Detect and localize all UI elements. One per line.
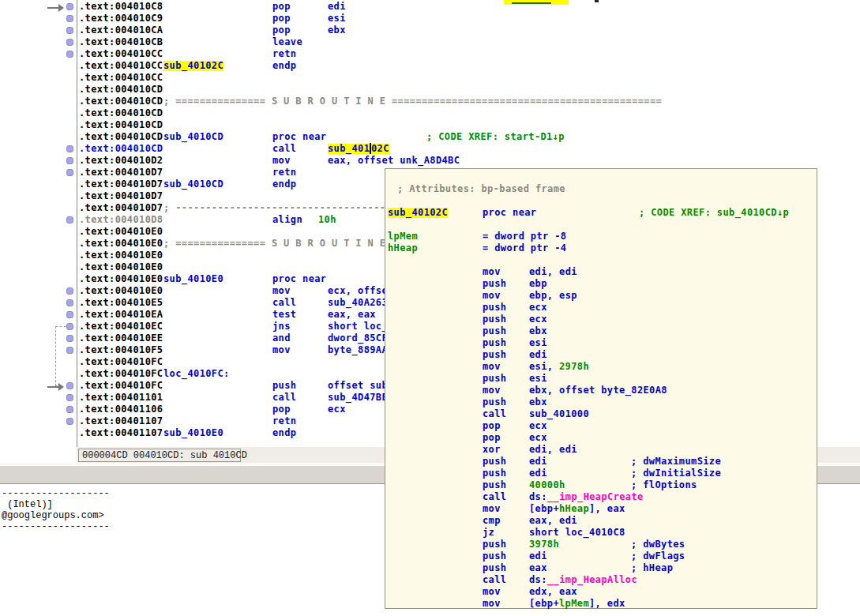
asm-text: ecx (529, 302, 547, 313)
asm-text: ecx (529, 421, 547, 431)
asm-text: push (483, 456, 506, 467)
asm-text: push (483, 279, 506, 289)
asm-text: ebx (529, 397, 547, 408)
asm-text: edi (529, 456, 547, 467)
asm-text: ebx, offset byte_82E0A8 (529, 385, 667, 396)
asm-text: push (483, 350, 506, 360)
asm-text: cmp (483, 516, 501, 526)
clipped-highlight-fragment (504, 0, 569, 5)
asm-text: ds: (529, 575, 547, 585)
asm-text: push (483, 397, 506, 408)
asm-text: push (483, 551, 506, 562)
asm-text: mov (483, 587, 501, 597)
asm-text: eax, edi (529, 516, 577, 526)
asm-text: esi, (529, 362, 559, 372)
asm-text: ; dwMaximumSize (631, 456, 721, 467)
asm-text: esi (529, 338, 547, 348)
asm-text: ], eax (589, 504, 625, 514)
asm-text: ds: (529, 492, 547, 502)
disassembly-hint-popup: ; Attributes: bp-based framesub_40102Cpr… (385, 168, 817, 609)
asm-text: xor (483, 445, 501, 455)
asm-text: ; hHeap (631, 563, 673, 573)
asm-text: push (483, 468, 506, 479)
asm-text: __imp_HeapAlloc (547, 575, 637, 585)
asm-text: edi, edi (529, 445, 577, 455)
asm-text: call (483, 492, 506, 502)
asm-text: push (483, 338, 506, 348)
asm-text: esi (529, 374, 547, 384)
asm-text: ebp (529, 279, 547, 289)
asm-text: eax (529, 563, 547, 573)
asm-text: push (483, 563, 506, 573)
asm-text: proc near (483, 208, 536, 218)
asm-text: push (483, 480, 506, 490)
asm-text: ecx (529, 314, 547, 325)
asm-text: ; dwInitialSize (631, 468, 721, 479)
asm-text: push (483, 374, 506, 384)
asm-text: lpMem (388, 231, 418, 242)
asm-text: pop (483, 433, 501, 443)
asm-text: edi (529, 551, 547, 562)
asm-text: ; dwBytes (631, 539, 685, 550)
asm-text: mov (483, 504, 501, 514)
asm-text: ecx (529, 433, 547, 443)
asm-text: push (483, 302, 506, 313)
asm-text: pop (483, 421, 501, 431)
asm-text: edi (529, 468, 547, 479)
asm-text: 3978h (529, 539, 559, 550)
asm-text: call (483, 575, 506, 585)
asm-text: = dword ptr -8 (483, 231, 566, 242)
asm-text: edi (529, 350, 547, 360)
asm-text: push (483, 539, 506, 550)
asm-text: 2978h (559, 362, 589, 372)
asm-text: ebp, esp (529, 291, 577, 301)
asm-text: ; Attributes: bp-based frame (397, 184, 565, 194)
asm-text: push (483, 326, 506, 336)
asm-text: hHeap (559, 504, 589, 514)
asm-text: ; CODE XREF: sub_4010CD↓p (639, 208, 789, 218)
asm-text: 40000h (529, 480, 565, 490)
asm-text: ebx (529, 326, 547, 336)
ida-disassembly-screen: .text:004010C8popedi.text:004010C9popesi… (0, 0, 860, 616)
asm-text: push (483, 314, 506, 325)
clipped-text-fragment (595, 0, 599, 2)
asm-text: ], edx (589, 599, 625, 609)
asm-text: mov (483, 362, 501, 372)
asm-text: edi, edi (529, 267, 577, 277)
asm-text: mov (483, 385, 501, 396)
asm-text: __imp_HeapCreate (547, 492, 644, 502)
asm-text: mov (483, 267, 501, 277)
asm-text: ; dwFlags (631, 551, 685, 562)
asm-text: [ebp+ (529, 504, 559, 514)
asm-text: [ebp+ (529, 599, 559, 609)
asm-text: edx, eax (529, 587, 577, 597)
asm-text: jz (483, 528, 494, 538)
asm-text: sub_40102C (388, 208, 448, 218)
asm-text: ; flOptions (631, 480, 697, 490)
asm-text: call (483, 409, 506, 419)
asm-text: mov (483, 291, 501, 301)
asm-text: sub_401000 (529, 409, 589, 419)
asm-text: lpMem (559, 599, 589, 609)
asm-text: short loc_4010C8 (529, 528, 625, 538)
asm-text: mov (483, 599, 501, 609)
asm-text: hHeap (388, 243, 418, 254)
asm-text: = dword ptr -4 (483, 243, 566, 254)
clipped-text-fragment (512, 2, 551, 4)
